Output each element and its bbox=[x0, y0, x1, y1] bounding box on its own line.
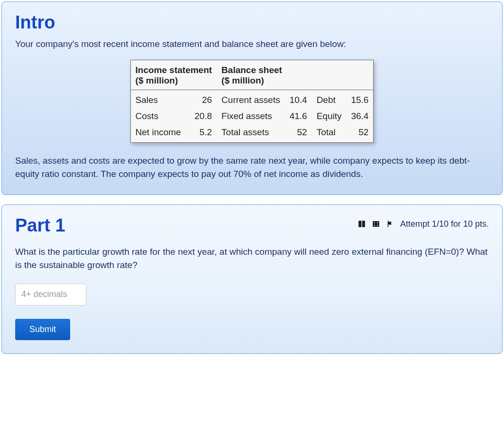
part1-question: What is the particular growth rate for t… bbox=[15, 245, 489, 272]
balance-asset-value: 41.6 bbox=[285, 108, 312, 124]
table-row: Costs 20.8 Fixed assets 41.6 Equity 36.4 bbox=[130, 108, 374, 124]
part1-header: Part 1 Attempt 1/10 for 10 pts. bbox=[15, 215, 489, 241]
balance-liab-label: Debt bbox=[312, 90, 347, 108]
balance-liab-value: 15.6 bbox=[346, 90, 373, 108]
intro-title: Intro bbox=[15, 12, 489, 33]
balance-liab-label: Equity bbox=[312, 108, 347, 124]
submit-button[interactable]: Submit bbox=[15, 319, 70, 340]
answer-input[interactable] bbox=[15, 284, 86, 306]
intro-card: Intro Your company's most recent income … bbox=[1, 1, 503, 195]
income-header-line2: ($ million) bbox=[136, 75, 178, 85]
balance-asset-label: Fixed assets bbox=[217, 108, 285, 124]
balance-liab-label: Total bbox=[312, 124, 347, 143]
balance-asset-label: Current assets bbox=[217, 90, 285, 108]
financial-table: Income statement ($ million) Balance she… bbox=[130, 60, 374, 143]
book-icon[interactable] bbox=[357, 220, 366, 228]
intro-followup-text: Sales, assets and costs are expected to … bbox=[15, 154, 489, 181]
table-row: Net income 5.2 Total assets 52 Total 52 bbox=[130, 124, 374, 143]
part1-card: Part 1 Attempt 1/10 for 10 pts. What is … bbox=[1, 204, 503, 354]
income-label: Net income bbox=[130, 124, 188, 143]
part1-title: Part 1 bbox=[15, 215, 65, 236]
balance-asset-value: 52 bbox=[285, 124, 312, 143]
income-value: 20.8 bbox=[188, 108, 217, 124]
intro-lead-text: Your company's most recent income statem… bbox=[15, 37, 489, 51]
balance-liab-value: 36.4 bbox=[346, 108, 373, 124]
income-statement-header: Income statement ($ million) bbox=[130, 60, 217, 90]
video-icon[interactable] bbox=[372, 220, 380, 228]
income-label: Costs bbox=[130, 108, 188, 124]
balance-header-line2: ($ million) bbox=[221, 75, 264, 85]
flag-icon[interactable] bbox=[386, 220, 394, 228]
balance-header-line1: Balance sheet bbox=[221, 65, 282, 75]
attempt-text: Attempt 1/10 for 10 pts. bbox=[400, 219, 489, 229]
financial-table-wrap: Income statement ($ million) Balance she… bbox=[15, 60, 489, 143]
table-row: Sales 26 Current assets 10.4 Debt 15.6 bbox=[130, 90, 374, 108]
balance-sheet-header: Balance sheet ($ million) bbox=[217, 60, 374, 90]
balance-asset-label: Total assets bbox=[217, 124, 285, 143]
part1-meta: Attempt 1/10 for 10 pts. bbox=[357, 215, 489, 229]
balance-liab-value: 52 bbox=[346, 124, 373, 143]
income-value: 26 bbox=[188, 90, 217, 108]
income-label: Sales bbox=[130, 90, 188, 108]
income-header-line1: Income statement bbox=[136, 65, 212, 75]
income-value: 5.2 bbox=[188, 124, 217, 143]
balance-asset-value: 10.4 bbox=[285, 90, 312, 108]
